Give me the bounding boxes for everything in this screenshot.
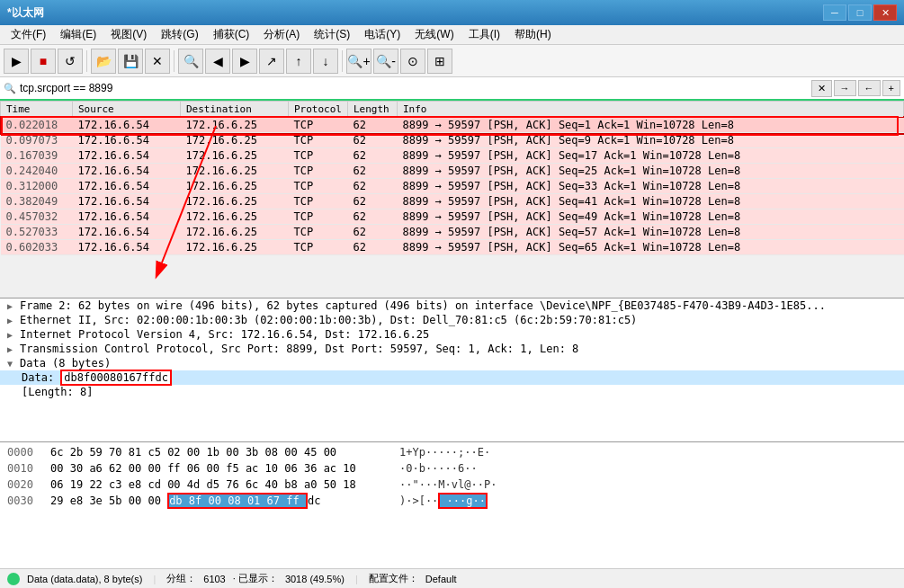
hex-ascii: ··"···M·vl@··P· bbox=[399, 477, 497, 493]
hex-bytes: 6c 2b 59 70 81 c5 02 00 1b 00 3b 08 00 4… bbox=[50, 444, 392, 460]
hex-offset: 0020 bbox=[7, 477, 43, 493]
toolbar-separator-3 bbox=[342, 50, 343, 72]
menu-item-f[interactable]: 文件(F) bbox=[4, 26, 53, 42]
table-row[interactable]: 0.527033172.16.6.54172.16.6.25TCP628899 … bbox=[1, 225, 904, 240]
table-row[interactable]: 0.167039172.16.6.54172.16.6.25TCP628899 … bbox=[1, 148, 904, 164]
detail-text: Frame 2: 62 bytes on wire (496 bits), 62… bbox=[20, 299, 826, 312]
hex-offset: 0030 bbox=[7, 493, 43, 509]
packet-table: Time Source Destination Protocol Length … bbox=[0, 101, 904, 255]
packet-list[interactable]: Time Source Destination Protocol Length … bbox=[0, 101, 904, 298]
filter-clear-button[interactable]: ✕ bbox=[811, 80, 832, 97]
toolbar-separator-2 bbox=[174, 50, 175, 72]
group-value: 6103 bbox=[203, 574, 225, 584]
detail-expand-icon: ▶ bbox=[7, 316, 16, 325]
menu-item-i[interactable]: 工具(I) bbox=[461, 26, 507, 42]
hex-offset: 0000 bbox=[7, 444, 43, 460]
detail-data-value: db8f00080167ffdc bbox=[60, 370, 172, 386]
col-header-destination[interactable]: Destination bbox=[181, 102, 289, 118]
hex-row: 00006c 2b 59 70 81 c5 02 00 1b 00 3b 08 … bbox=[7, 444, 897, 460]
table-row[interactable]: 0.022018172.16.6.54172.16.6.25TCP628899 … bbox=[1, 118, 904, 133]
toolbar-open-button[interactable]: 📂 bbox=[91, 49, 116, 74]
toolbar-stop-button[interactable]: ■ bbox=[31, 49, 56, 74]
packet-rows: 0.022018172.16.6.54172.16.6.25TCP628899 … bbox=[1, 118, 904, 255]
table-row[interactable]: 0.382049172.16.6.54172.16.6.25TCP628899 … bbox=[1, 194, 904, 209]
menu-item-g[interactable]: 跳转(G) bbox=[154, 26, 205, 42]
menu-item-v[interactable]: 视图(V) bbox=[103, 26, 154, 42]
toolbar-separator-1 bbox=[86, 50, 87, 72]
detail-item-ip[interactable]: ▶Internet Protocol Version 4, Src: 172.1… bbox=[0, 327, 904, 342]
table-row[interactable]: 0.242040172.16.6.54172.16.6.25TCP628899 … bbox=[1, 164, 904, 179]
col-header-info[interactable]: Info bbox=[397, 102, 903, 118]
detail-expand-icon: ▼ bbox=[7, 359, 16, 369]
filter-input[interactable] bbox=[20, 82, 810, 94]
menu-item-w[interactable]: 无线(W) bbox=[407, 26, 461, 42]
menu-item-c[interactable]: 捕获(C) bbox=[206, 26, 257, 42]
table-row[interactable]: 0.602033172.16.6.54172.16.6.25TCP628899 … bbox=[1, 240, 904, 255]
toolbar-close-button[interactable]: ✕ bbox=[145, 49, 170, 74]
main-content: Time Source Destination Protocol Length … bbox=[0, 101, 904, 568]
status-icon bbox=[7, 573, 20, 585]
toolbar-forward-button[interactable]: ▶ bbox=[232, 49, 257, 74]
hex-row: 003029 e8 3e 5b 00 00 db 8f 00 08 01 67 … bbox=[7, 493, 897, 509]
toolbar-zoom-out-button[interactable]: 🔍- bbox=[373, 49, 398, 74]
menu-item-h[interactable]: 帮助(H) bbox=[507, 26, 559, 42]
menu-items: 文件(F)编辑(E)视图(V)跳转(G)捕获(C)分析(A)统计(S)电话(Y)… bbox=[4, 27, 559, 42]
toolbar-zoom-fit-button[interactable]: ⊞ bbox=[427, 49, 452, 74]
menu-item-s[interactable]: 统计(S) bbox=[307, 26, 357, 42]
display-value: 3018 (49.5%) bbox=[285, 574, 345, 584]
detail-item-data[interactable]: ▼Data (8 bytes) bbox=[0, 356, 904, 370]
col-header-length[interactable]: Length bbox=[347, 102, 397, 118]
detail-text: Transmission Control Protocol, Src Port:… bbox=[20, 343, 578, 355]
filter-label: 🔍 bbox=[4, 83, 16, 94]
toolbar-up-button[interactable]: ↑ bbox=[286, 49, 311, 74]
detail-text: Data (8 bytes) bbox=[20, 357, 111, 370]
toolbar: ▶ ■ ↺ 📂 💾 ✕ 🔍 ◀ ▶ ↗ ↑ ↓ 🔍+ 🔍- ⊙ ⊞ bbox=[0, 45, 904, 77]
hex-bytes: 29 e8 3e 5b 00 00 db 8f 00 08 01 67 ff d… bbox=[50, 493, 392, 509]
display-label: · 已显示： bbox=[233, 572, 278, 585]
hex-bytes: 00 30 a6 62 00 00 ff 06 00 f5 ac 10 06 3… bbox=[50, 460, 392, 477]
close-button[interactable]: ✕ bbox=[873, 4, 897, 21]
toolbar-zoom-reset-button[interactable]: ⊙ bbox=[400, 49, 425, 74]
table-row[interactable]: 0.097073172.16.6.54172.16.6.25TCP628899 … bbox=[1, 133, 904, 148]
group-label: 分组： bbox=[166, 572, 196, 585]
toolbar-goto-button[interactable]: ↗ bbox=[259, 49, 284, 74]
status-separator-2: | bbox=[355, 574, 358, 584]
detail-sub-label: Data: bbox=[22, 371, 60, 384]
detail-sub-item[interactable]: Data: db8f00080167ffdc bbox=[0, 370, 904, 385]
menu-bar: 文件(F)编辑(E)视图(V)跳转(G)捕获(C)分析(A)统计(S)电话(Y)… bbox=[0, 25, 904, 45]
hex-ascii: )·>[·· ···g·· bbox=[399, 493, 488, 509]
toolbar-find-button[interactable]: 🔍 bbox=[178, 49, 203, 74]
window-title: *以太网 bbox=[7, 5, 44, 21]
minimize-button[interactable]: ─ bbox=[823, 4, 846, 21]
col-header-time[interactable]: Time bbox=[1, 102, 73, 118]
detail-item-frame[interactable]: ▶Frame 2: 62 bytes on wire (496 bits), 6… bbox=[0, 298, 904, 313]
toolbar-zoom-in-button[interactable]: 🔍+ bbox=[346, 49, 371, 74]
packet-detail[interactable]: ▶Frame 2: 62 bytes on wire (496 bits), 6… bbox=[0, 298, 904, 442]
hex-view[interactable]: 00006c 2b 59 70 81 c5 02 00 1b 00 3b 08 … bbox=[0, 442, 904, 568]
hex-row: 001000 30 a6 62 00 00 ff 06 00 f5 ac 10 … bbox=[7, 460, 897, 477]
detail-item-ethernet[interactable]: ▶Ethernet II, Src: 02:00:00:1b:00:3b (02… bbox=[0, 313, 904, 327]
menu-item-y[interactable]: 电话(Y) bbox=[357, 26, 407, 42]
table-row[interactable]: 0.312000172.16.6.54172.16.6.25TCP628899 … bbox=[1, 179, 904, 194]
detail-text: Ethernet II, Src: 02:00:00:1b:00:3b (02:… bbox=[20, 314, 637, 326]
col-header-source[interactable]: Source bbox=[73, 102, 181, 118]
maximize-button[interactable]: □ bbox=[848, 4, 872, 21]
detail-item-tcp[interactable]: ▶Transmission Control Protocol, Src Port… bbox=[0, 342, 904, 356]
detail-sub-item[interactable]: [Length: 8] bbox=[0, 385, 904, 399]
window-controls: ─ □ ✕ bbox=[823, 4, 897, 21]
status-text: Data (data.data), 8 byte(s) bbox=[27, 574, 142, 584]
toolbar-restart-button[interactable]: ↺ bbox=[58, 49, 83, 74]
filter-bar: 🔍 ✕ → ← + bbox=[0, 77, 904, 101]
table-row[interactable]: 0.457032172.16.6.54172.16.6.25TCP628899 … bbox=[1, 209, 904, 225]
toolbar-save-button[interactable]: 💾 bbox=[118, 49, 143, 74]
toolbar-back-button[interactable]: ◀ bbox=[205, 49, 230, 74]
filter-add-button[interactable]: + bbox=[882, 80, 900, 96]
title-bar: *以太网 ─ □ ✕ bbox=[0, 0, 904, 25]
menu-item-e[interactable]: 编辑(E) bbox=[53, 26, 103, 42]
toolbar-down-button[interactable]: ↓ bbox=[313, 49, 338, 74]
filter-arrow-right-button[interactable]: → bbox=[834, 80, 856, 96]
toolbar-start-button[interactable]: ▶ bbox=[4, 49, 29, 74]
menu-item-a[interactable]: 分析(A) bbox=[256, 26, 307, 42]
col-header-protocol[interactable]: Protocol bbox=[289, 102, 348, 118]
filter-arrow-left-button[interactable]: ← bbox=[858, 80, 881, 96]
